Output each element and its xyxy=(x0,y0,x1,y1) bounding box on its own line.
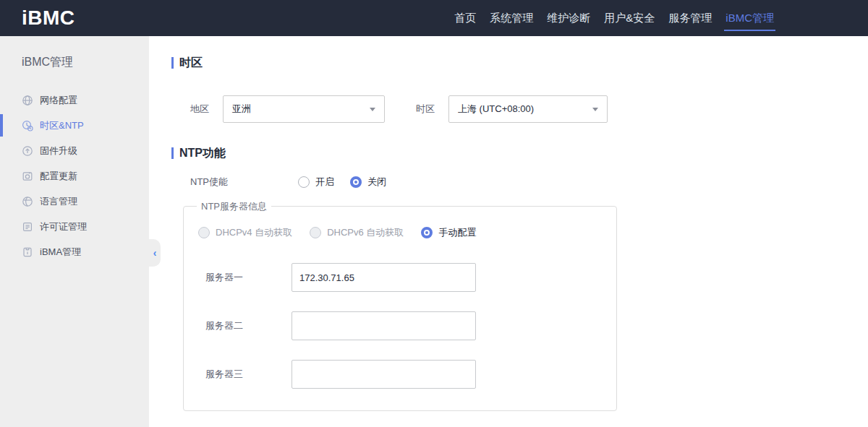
top-nav: 首页 系统管理 维护诊断 用户&安全 服务管理 iBMC管理 xyxy=(453,0,775,36)
radio-circle-icon xyxy=(298,176,310,188)
top-bar: iBMC 首页 系统管理 维护诊断 用户&安全 服务管理 iBMC管理 xyxy=(0,0,868,36)
ntp-server-info-group: NTP服务器信息 DHCPv4 自动获取 DHCPv6 自动获取 手动配置 服务… xyxy=(183,206,617,411)
ntp-enable-label: NTP使能 xyxy=(190,176,298,189)
config-update-icon xyxy=(22,171,33,182)
sidebar: iBMC管理 网络配置 时区&NTP 固件升级 xyxy=(0,36,149,427)
sidebar-item-language-management[interactable]: 语言管理 xyxy=(0,189,149,214)
radio-label: 手动配置 xyxy=(438,226,476,239)
radio-label: 关闭 xyxy=(367,176,386,189)
sidebar-item-network-config[interactable]: 网络配置 xyxy=(0,87,149,113)
sidebar-item-label: 固件升级 xyxy=(40,145,77,158)
nav-item-user-security[interactable]: 用户&安全 xyxy=(603,0,656,36)
nav-item-ibmc-management[interactable]: iBMC管理 xyxy=(724,0,775,36)
sidebar-item-label: iBMA管理 xyxy=(40,246,81,259)
sidebar-item-label: 语言管理 xyxy=(40,195,77,208)
sidebar-collapse-button[interactable]: ‹ xyxy=(149,239,161,267)
timezone-form-row: 地区 亚洲 时区 上海 (UTC+08:00) xyxy=(171,95,868,123)
server-three-row: 服务器三 xyxy=(198,360,616,389)
region-label: 地区 xyxy=(190,103,223,116)
ntp-server-mode-radio-group: DHCPv4 自动获取 DHCPv6 自动获取 手动配置 xyxy=(198,227,616,238)
timezone-section-header: 时区 xyxy=(171,56,868,69)
region-select[interactable]: 亚洲 xyxy=(223,95,385,123)
server-two-row: 服务器二 xyxy=(198,311,616,340)
sidebar-item-label: 网络配置 xyxy=(40,94,77,107)
sidebar-item-license-management[interactable]: 许可证管理 xyxy=(0,214,149,239)
radio-circle-icon xyxy=(198,227,210,238)
timezone-label: 时区 xyxy=(416,103,448,116)
radio-ntp-on[interactable]: 开启 xyxy=(298,176,334,189)
sidebar-menu: 网络配置 时区&NTP 固件升级 配置更新 xyxy=(0,87,149,264)
language-icon xyxy=(22,196,33,207)
sidebar-item-config-update[interactable]: 配置更新 xyxy=(0,163,149,189)
ntp-section-header: NTP功能 xyxy=(171,147,868,160)
sidebar-item-label: 许可证管理 xyxy=(40,220,87,233)
network-icon xyxy=(22,95,33,106)
nav-item-maintenance[interactable]: 维护诊断 xyxy=(545,0,592,36)
license-icon xyxy=(22,221,33,233)
server-three-input[interactable] xyxy=(292,360,476,389)
ibma-icon xyxy=(22,246,33,258)
radio-dhcpv6-auto[interactable]: DHCPv6 自动获取 xyxy=(310,226,404,239)
radio-label: 开启 xyxy=(315,176,334,189)
sidebar-title: iBMC管理 xyxy=(22,55,149,70)
timezone-select[interactable]: 上海 (UTC+08:00) xyxy=(448,95,608,123)
nav-item-home[interactable]: 首页 xyxy=(453,0,477,36)
ibmc-logo: iBMC xyxy=(22,7,75,30)
radio-ntp-off[interactable]: 关闭 xyxy=(350,176,386,189)
ntp-server-info-legend: NTP服务器信息 xyxy=(197,200,271,213)
server-two-input[interactable] xyxy=(292,311,476,340)
radio-manual-config[interactable]: 手动配置 xyxy=(421,226,476,239)
radio-circle-icon xyxy=(310,227,321,238)
timezone-select-value: 上海 (UTC+08:00) xyxy=(458,103,534,116)
ntp-enable-radio-group: 开启 关闭 xyxy=(298,176,386,189)
timezone-icon xyxy=(22,120,33,131)
radio-circle-icon xyxy=(350,176,362,188)
chevron-down-icon xyxy=(370,108,375,111)
radio-label: DHCPv4 自动获取 xyxy=(216,226,292,239)
nav-item-system[interactable]: 系统管理 xyxy=(488,0,535,36)
ntp-section-title: NTP功能 xyxy=(179,146,226,161)
nav-item-services[interactable]: 服务管理 xyxy=(667,0,713,36)
region-select-value: 亚洲 xyxy=(232,103,251,116)
server-one-label: 服务器一 xyxy=(205,271,292,284)
section-accent-bar xyxy=(171,57,174,69)
timezone-section-title: 时区 xyxy=(179,56,203,71)
sidebar-item-firmware-upgrade[interactable]: 固件升级 xyxy=(0,138,149,163)
section-accent-bar xyxy=(171,147,174,159)
server-one-row: 服务器一 xyxy=(198,263,616,292)
radio-dhcpv4-auto[interactable]: DHCPv4 自动获取 xyxy=(198,226,292,239)
radio-circle-icon xyxy=(421,227,433,238)
sidebar-item-timezone-ntp[interactable]: 时区&NTP xyxy=(0,113,149,138)
sidebar-item-ibma-management[interactable]: iBMA管理 xyxy=(0,239,149,264)
chevron-left-icon: ‹ xyxy=(153,247,157,259)
ntp-enable-row: NTP使能 开启 关闭 xyxy=(171,176,868,189)
server-three-label: 服务器三 xyxy=(205,368,292,381)
chevron-down-icon xyxy=(592,108,598,111)
radio-label: DHCPv6 自动获取 xyxy=(327,226,404,239)
sidebar-item-label: 时区&NTP xyxy=(40,119,84,132)
server-two-label: 服务器二 xyxy=(205,319,292,332)
firmware-upgrade-icon xyxy=(22,145,33,157)
page-shell: iBMC管理 网络配置 时区&NTP 固件升级 xyxy=(0,36,868,427)
sidebar-item-label: 配置更新 xyxy=(40,170,77,183)
server-one-input[interactable] xyxy=(292,263,476,292)
main-content: 时区 地区 亚洲 时区 上海 (UTC+08:00) NTP功能 NTP使能 xyxy=(149,36,868,427)
